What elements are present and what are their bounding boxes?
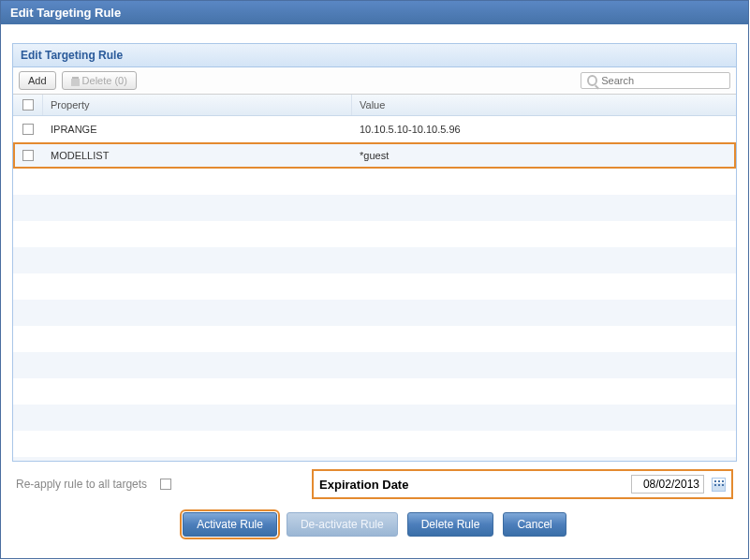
table-row-empty [13,378,736,405]
table-row-empty [13,352,736,378]
table-row-empty [13,405,736,431]
add-button[interactable]: Add [19,71,56,90]
table-row[interactable]: IPRANGE 10.10.5.10-10.10.5.96 [13,116,736,142]
delete-button: Delete (0) [62,71,137,90]
table-row-empty [13,169,736,195]
trash-icon [71,77,80,86]
cell-value: *guest [352,145,736,166]
expiration-date-input[interactable] [631,475,704,494]
delete-rule-button[interactable]: Delete Rule [407,512,494,537]
header-value[interactable]: Value [352,95,736,115]
toolbar: Add Delete (0) [13,67,736,95]
delete-button-label: Delete (0) [82,75,127,86]
reapply-checkbox[interactable] [160,479,171,490]
footer-row: Re-apply rule to all targets Expiration … [12,462,737,505]
cancel-button[interactable]: Cancel [503,512,566,537]
cell-property: IPRANGE [43,119,352,140]
dialog-window: Edit Targeting Rule Edit Targeting Rule … [0,0,749,559]
search-box[interactable] [581,72,730,89]
table-row-empty [13,247,736,273]
cell-property: MODELLIST [43,145,352,166]
reapply-label: Re-apply rule to all targets [16,478,147,491]
grid-header: Property Value [13,95,736,116]
row-checkbox[interactable] [22,150,34,161]
targeting-rule-panel: Edit Targeting Rule Add Delete (0) Prope… [12,43,737,462]
row-checkbox[interactable] [22,124,34,135]
table-row-empty [13,431,736,457]
table-row[interactable]: MODELLIST *guest [13,142,736,169]
table-row-empty [13,326,736,352]
window-title: Edit Targeting Rule [10,6,121,20]
activate-rule-button[interactable]: Activate Rule [183,512,277,537]
table-row-empty [13,457,736,461]
button-row: Activate Rule De-activate Rule Delete Ru… [12,505,737,537]
grid-body: IPRANGE 10.10.5.10-10.10.5.96 MODELLIST … [13,116,736,461]
select-all-cell[interactable] [13,95,43,115]
titlebar: Edit Targeting Rule [1,1,748,24]
deactivate-rule-button: De-activate Rule [287,512,398,537]
content-area: Edit Targeting Rule Add Delete (0) Prope… [1,24,748,544]
cell-value: 10.10.5.10-10.10.5.96 [352,119,736,140]
select-all-checkbox[interactable] [22,99,34,111]
expiration-group: Expiration Date [312,469,733,499]
header-property[interactable]: Property [43,95,352,115]
table-row-empty [13,300,736,326]
search-icon [587,75,597,86]
panel-title: Edit Targeting Rule [13,44,736,67]
table-row-empty [13,221,736,247]
table-row-empty [13,195,736,221]
search-input[interactable] [601,75,724,86]
expiration-label: Expiration Date [319,478,624,492]
calendar-icon[interactable] [712,478,726,492]
table-row-empty [13,273,736,300]
